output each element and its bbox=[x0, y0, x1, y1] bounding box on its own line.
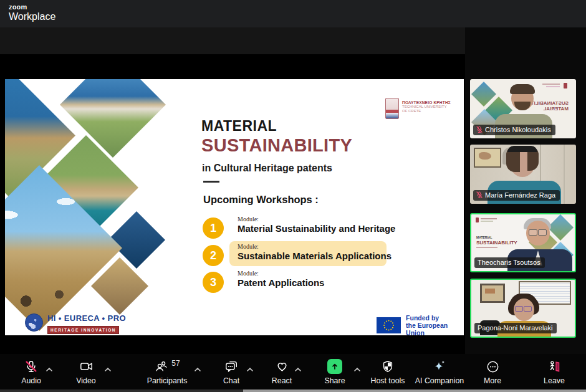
ai-companion-label: AI Companion bbox=[415, 376, 464, 385]
mic-muted-icon bbox=[476, 191, 483, 199]
eureca-pro-name: HI • EURECA • PRO bbox=[47, 313, 126, 323]
chat-options-caret[interactable] bbox=[247, 363, 253, 374]
presentation-slide: ΠΟΛΥΤΕΧΝΕΙΟ ΚΡΗΤΗΣ TECHNICAL UNIVERSITY … bbox=[5, 79, 464, 335]
shared-screen-letterbox bbox=[0, 27, 465, 54]
headset-band bbox=[507, 146, 537, 152]
react-button[interactable]: React bbox=[266, 358, 297, 385]
university-name-en: TECHNICAL UNIVERSITY bbox=[402, 105, 451, 109]
more-button[interactable]: More bbox=[477, 358, 508, 385]
participants-options-caret[interactable] bbox=[195, 363, 201, 374]
share-screen-icon bbox=[327, 359, 342, 374]
meeting-toolbar: Audio Video 57 Participants bbox=[0, 354, 586, 390]
share-label: Share bbox=[324, 376, 345, 385]
video-label: Video bbox=[76, 376, 95, 385]
video-tile-theocharis[interactable]: MATERIAL SUSTAINABILITY Theocharis Tsout… bbox=[470, 213, 576, 272]
module-2-number-badge: 2 bbox=[203, 245, 224, 266]
leave-label: Leave bbox=[544, 376, 565, 385]
video-options-caret[interactable] bbox=[105, 363, 111, 374]
more-label: More bbox=[484, 376, 501, 385]
react-options-caret[interactable] bbox=[295, 363, 301, 374]
eu-funding-line2: the European Union bbox=[406, 322, 464, 335]
react-label: React bbox=[272, 376, 292, 385]
bottom-edge-dark bbox=[0, 390, 243, 392]
eureca-pro-tagline: HERITAGE INNOVATION bbox=[47, 326, 119, 334]
participant-name: Christos Nikoloudakis bbox=[485, 126, 551, 133]
university-logo: ΠΟΛΥΤΕΧΝΕΙΟ ΚΡΗΤΗΣ TECHNICAL UNIVERSITY … bbox=[385, 98, 451, 119]
video-camera-icon bbox=[79, 360, 94, 373]
shared-screen-area: ΠΟΛΥΤΕΧΝΕΙΟ ΚΡΗΤΗΣ TECHNICAL UNIVERSITY … bbox=[0, 27, 465, 354]
globe-icon bbox=[25, 313, 43, 332]
video-button[interactable]: Video bbox=[70, 358, 102, 385]
chat-button[interactable]: Chat bbox=[217, 358, 246, 385]
host-tools-label: Host tools bbox=[370, 376, 405, 385]
module-1-number-badge: 1 bbox=[203, 218, 224, 239]
photo-collage bbox=[5, 79, 187, 335]
participants-icon bbox=[154, 360, 169, 373]
video-tile-pagona[interactable]: Pagona-Noni Maravelaki bbox=[470, 279, 576, 338]
glasses bbox=[529, 229, 537, 236]
university-name-en2: OF CRETE bbox=[402, 109, 451, 113]
share-button[interactable]: Share bbox=[319, 358, 350, 385]
workshops-heading: Upcoming Workshops : bbox=[203, 194, 319, 206]
eu-flag-icon bbox=[377, 317, 401, 334]
slide-title-line2: SUSTAINABILITY bbox=[201, 135, 352, 156]
university-name-gr: ΠΟΛΥΤΕΧΝΕΙΟ ΚΡΗΤΗΣ bbox=[402, 100, 451, 105]
audio-button[interactable]: Audio bbox=[15, 358, 47, 385]
video-tile-christos[interactable]: SUSTAINABILITYMATERIAL Christos Nikoloud… bbox=[470, 79, 576, 138]
eu-funding-line1: Funded by bbox=[406, 314, 464, 322]
module-1-label: Module: bbox=[238, 216, 259, 222]
mic-muted-icon bbox=[476, 126, 483, 133]
photo-dark-sea bbox=[108, 211, 165, 269]
participant-name-tag: Pagona-Noni Maravelaki bbox=[474, 323, 557, 333]
slide-subtitle: in Cultural Heritage patents bbox=[202, 163, 332, 174]
module-2-title: Sustainable Materials Applications bbox=[238, 251, 391, 261]
glasses bbox=[515, 306, 523, 312]
background-window-edge bbox=[243, 390, 586, 392]
zoom-workplace-logo: zoom Workplace bbox=[9, 3, 55, 22]
eureca-pro-logo: HI • EURECA • PRO HERITAGE INNOVATION bbox=[25, 313, 126, 334]
module-2-number: 2 bbox=[210, 249, 216, 262]
share-options-caret[interactable] bbox=[354, 363, 360, 374]
slide-title-line1: MATERIAL bbox=[201, 118, 277, 135]
shield-icon bbox=[381, 360, 395, 373]
module-3-title: Patent Applications bbox=[238, 277, 324, 288]
sparkle-icon bbox=[432, 359, 447, 374]
participant-name-tag: Theocharis Tsoutsos bbox=[474, 257, 545, 268]
ai-companion-button[interactable]: AI Companion bbox=[410, 358, 469, 385]
participants-count: 57 bbox=[171, 359, 180, 368]
chat-label: Chat bbox=[223, 376, 239, 385]
eu-funding-logo: Funded by the European Union bbox=[377, 314, 464, 335]
leave-button[interactable]: Leave bbox=[539, 358, 570, 385]
workplace-logo-text: Workplace bbox=[9, 11, 55, 22]
participants-button[interactable]: 57 Participants bbox=[140, 358, 194, 385]
participant-name: Pagona-Noni Maravelaki bbox=[478, 324, 552, 332]
title-underline bbox=[203, 181, 219, 183]
heart-icon bbox=[275, 360, 289, 373]
audio-label: Audio bbox=[21, 376, 41, 385]
audio-options-caret[interactable] bbox=[46, 363, 52, 374]
framed-picture-small bbox=[480, 284, 505, 303]
participants-label: Participants bbox=[147, 376, 188, 385]
module-3-number-badge: 3 bbox=[203, 272, 224, 293]
chat-icon bbox=[224, 360, 239, 373]
participant-name: Theocharis Tsoutsos bbox=[478, 259, 540, 266]
mic-muted-icon bbox=[24, 360, 38, 373]
host-tools-button[interactable]: Host tools bbox=[365, 358, 411, 385]
participants-panel: SUSTAINABILITYMATERIAL Christos Nikoloud… bbox=[465, 27, 586, 354]
leave-icon bbox=[547, 360, 562, 373]
module-2-label: Module: bbox=[238, 243, 259, 250]
slide-bg-text: MATERIAL bbox=[476, 236, 492, 239]
zoom-logo-text: zoom bbox=[9, 3, 55, 11]
video-tile-maria[interactable]: María Fernández Raga bbox=[470, 145, 576, 204]
slide-bg-title: SUSTAINABILITY bbox=[476, 240, 517, 246]
participant-name-tag: Christos Nikoloudakis bbox=[473, 125, 555, 135]
wall-map bbox=[474, 148, 501, 168]
participant-name: María Fernández Raga bbox=[485, 191, 555, 199]
module-3-label: Module: bbox=[238, 270, 259, 277]
participant-name-tag: María Fernández Raga bbox=[473, 190, 560, 201]
university-crest-icon bbox=[385, 98, 399, 119]
module-1-number: 1 bbox=[210, 222, 216, 235]
title-bar: zoom Workplace bbox=[0, 0, 586, 27]
module-1-title: Material Sustainability and Heritage bbox=[238, 223, 395, 234]
module-3-number: 3 bbox=[210, 276, 216, 289]
